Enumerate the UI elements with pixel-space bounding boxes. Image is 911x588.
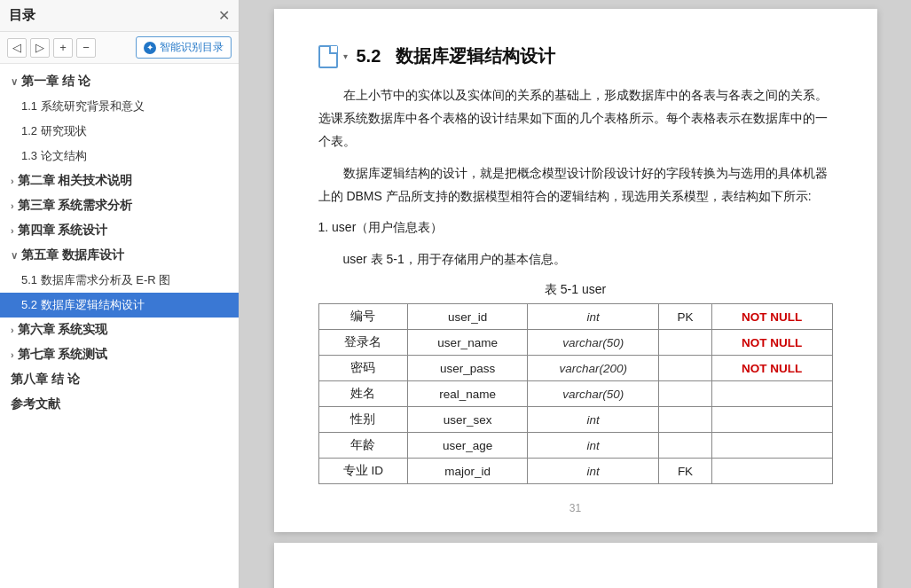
table-header-1: user_id [408, 304, 528, 330]
sidebar-item-ch8[interactable]: 第八章 结 论 [0, 367, 239, 392]
table-cell-2-0: 姓名 [318, 381, 408, 407]
section-title: 5.2 数据库逻辑结构设计 [357, 44, 555, 68]
nav-item-label: 5.1 数据库需求分析及 E-R 图 [21, 272, 170, 288]
table-cell-4-3 [659, 433, 711, 459]
section-header: ▾ 5.2 数据库逻辑结构设计 [318, 44, 833, 68]
table-header-4: NOT NULL [711, 304, 832, 330]
nav-item-label: 第四章 系统设计 [18, 223, 108, 239]
smart-identify-button[interactable]: ✦ 智能识别目录 [136, 36, 232, 59]
sidebar-item-ch1[interactable]: ∨第一章 结 论 [0, 69, 239, 94]
nav-item-label: 1.1 系统研究背景和意义 [21, 98, 145, 114]
nav-item-label: 1.3 论文结构 [21, 148, 87, 164]
table-cell-4-0: 年龄 [318, 433, 408, 459]
table-cell-5-3: FK [659, 459, 711, 484]
table-header-3: PK [659, 304, 711, 330]
sidebar-nav: ∨第一章 结 论1.1 系统研究背景和意义1.2 研究现状1.3 论文结构›第二… [0, 64, 239, 588]
nav-item-label: 第一章 结 论 [21, 74, 90, 90]
nav-item-label: 第八章 结 论 [11, 372, 80, 388]
table-cell-4-4 [711, 433, 832, 459]
table-cell-0-2: varchar(50) [527, 330, 658, 356]
table-cell-1-4: NOT NULL [711, 356, 832, 381]
arrow-icon: › [11, 200, 14, 211]
sidebar-item-ch1-3[interactable]: 1.3 论文结构 [0, 144, 239, 169]
nav-item-label: 第六章 系统实现 [18, 322, 108, 338]
section-title-text: 数据库逻辑结构设计 [396, 46, 555, 66]
table-cell-1-2: varchar(200) [527, 356, 658, 381]
table-cell-4-1: user_age [408, 433, 528, 459]
sidebar-item-ch5-2[interactable]: 5.2 数据库逻辑结构设计 [0, 293, 239, 318]
toolbar-forward-btn[interactable]: ▷ [30, 38, 50, 58]
smart-icon: ✦ [144, 42, 156, 54]
list-item-1: 1. user（用户信息表） [318, 216, 833, 239]
arrow-icon: › [11, 349, 14, 360]
table-cell-0-1: user_name [408, 330, 528, 356]
sidebar-item-ch2[interactable]: ›第二章 相关技术说明 [0, 169, 239, 193]
document-page-2 [274, 543, 877, 588]
table-cell-1-0: 密码 [318, 356, 408, 381]
main-content: ▾ 5.2 数据库逻辑结构设计 在上小节中的实体以及实体间的关系的基础上，形成数… [240, 0, 911, 588]
toolbar-remove-btn[interactable]: − [76, 38, 96, 58]
sidebar-item-ch5-1[interactable]: 5.1 数据库需求分析及 E-R 图 [0, 268, 239, 293]
table-cell-0-0: 登录名 [318, 330, 408, 356]
sidebar-item-ch7[interactable]: ›第七章 系统测试 [0, 342, 239, 367]
table-cell-3-2: int [527, 407, 658, 433]
sidebar-item-ch6[interactable]: ›第六章 系统实现 [0, 318, 239, 342]
dropdown-arrow-icon[interactable]: ▾ [343, 51, 348, 61]
toolbar-back-btn[interactable]: ◁ [7, 38, 27, 58]
table-cell-3-0: 性别 [318, 407, 408, 433]
close-icon[interactable]: ✕ [218, 7, 230, 24]
sidebar-item-ch4[interactable]: ›第四章 系统设计 [0, 218, 239, 243]
table-header-0: 编号 [318, 304, 408, 330]
sidebar-item-ch5[interactable]: ∨第五章 数据库设计 [0, 243, 239, 268]
sidebar: 目录 ✕ ◁ ▷ + − ✦ 智能识别目录 ∨第一章 结 论1.1 系统研究背景… [0, 0, 240, 588]
table-cell-3-3 [659, 407, 711, 433]
table-row: 年龄user_ageint [318, 433, 832, 459]
nav-item-label: 第三章 系统需求分析 [18, 198, 133, 214]
user-table: 编号user_idintPKNOT NULL登录名user_namevarcha… [318, 303, 833, 484]
table-cell-5-4 [711, 459, 832, 484]
table-row: 登录名user_namevarchar(50)NOT NULL [318, 330, 832, 356]
table-caption: 表 5-1 user [318, 282, 833, 298]
table-cell-5-2: int [527, 459, 658, 484]
page-number: 31 [318, 502, 833, 514]
table-row: 性别user_sexint [318, 407, 832, 433]
sidebar-toolbar: ◁ ▷ + − ✦ 智能识别目录 [0, 32, 239, 64]
table-header-2: int [527, 304, 658, 330]
section-number: 5.2 [357, 46, 381, 66]
table-cell-0-3 [659, 330, 711, 356]
table-cell-0-4: NOT NULL [711, 330, 832, 356]
arrow-icon: ∨ [11, 250, 18, 262]
sidebar-item-ch1-1[interactable]: 1.1 系统研究背景和意义 [0, 94, 239, 119]
nav-item-label: 第七章 系统测试 [18, 347, 108, 363]
arrow-icon: ∨ [11, 76, 18, 88]
arrow-icon: › [11, 325, 14, 335]
table-cell-4-2: int [527, 433, 658, 459]
table-cell-5-1: major_id [408, 459, 528, 484]
nav-item-label: 参考文献 [11, 396, 60, 412]
table-cell-5-0: 专业 ID [318, 459, 408, 484]
table-row: 密码user_passvarchar(200)NOT NULL [318, 356, 832, 381]
toolbar-add-btn[interactable]: + [53, 38, 73, 58]
table-cell-2-2: varchar(50) [527, 381, 658, 407]
paragraph-1: 在上小节中的实体以及实体间的关系的基础上，形成数据库中的各表与各表之间的关系。选… [318, 84, 833, 153]
arrow-icon: › [11, 225, 14, 236]
doc-icon [318, 45, 338, 68]
sidebar-item-ch1-2[interactable]: 1.2 研究现状 [0, 119, 239, 144]
table-cell-2-3 [659, 381, 711, 407]
sidebar-header: 目录 ✕ [0, 0, 239, 32]
sidebar-item-ch3[interactable]: ›第三章 系统需求分析 [0, 193, 239, 218]
nav-item-label: 第二章 相关技术说明 [18, 173, 133, 189]
table-cell-3-1: user_sex [408, 407, 528, 433]
table-row: 姓名real_namevarchar(50) [318, 381, 832, 407]
table-cell-1-3 [659, 356, 711, 381]
arrow-icon: › [11, 176, 14, 186]
nav-item-label: 5.2 数据库逻辑结构设计 [21, 297, 145, 313]
table-row: 专业 IDmajor_idintFK [318, 459, 832, 484]
table-cell-2-1: real_name [408, 381, 528, 407]
table-intro: user 表 5-1，用于存储用户的基本信息。 [318, 248, 833, 271]
table-cell-3-4 [711, 407, 832, 433]
nav-item-label: 第五章 数据库设计 [21, 247, 124, 263]
table-cell-1-1: user_pass [408, 356, 528, 381]
sidebar-item-ref[interactable]: 参考文献 [0, 392, 239, 417]
smart-btn-label: 智能识别目录 [160, 40, 224, 55]
